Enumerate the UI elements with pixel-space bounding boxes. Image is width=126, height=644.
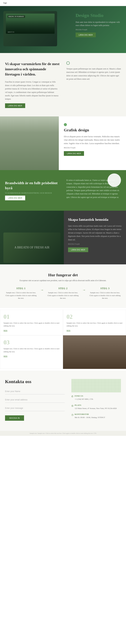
contact-title: Kontakta oss xyxy=(5,379,65,384)
hero-section: HIKING IN NORWAY ABOUT US Design Studio … xyxy=(0,6,126,53)
website-text: Quis viverra nibh cras pulvinar mattis n… xyxy=(68,224,122,242)
step-1-label: STEG 1 xyxy=(5,287,37,290)
laptop-mockup: HIKING IN NORWAY ABOUT US xyxy=(3,11,57,46)
how-title: Hur fungerar det xyxy=(5,273,121,277)
footer: Sample text. Sample text. Click to selec… xyxy=(0,431,126,436)
header: logo xyxy=(0,0,126,6)
graphic-title: Grafisk design xyxy=(64,128,121,132)
office-label: KONTORSTID xyxy=(75,413,105,415)
brand-cta-button[interactable]: LÄRA DIG MER xyxy=(5,196,25,200)
card-02-link[interactable]: MER xyxy=(67,330,70,332)
hero-cta-button[interactable]: LÄRA DIG MER xyxy=(76,32,96,37)
location-icon: ◎ xyxy=(71,404,73,407)
step-2-label: STEG 2 xyxy=(47,287,79,290)
website-cta-button[interactable]: LÄRA DIG MER xyxy=(68,248,88,252)
green-dot-deco xyxy=(64,123,67,126)
office-row: ◷ KONTORSTID Mn-St: 09:00 - 18:00, Sönda… xyxy=(71,413,121,419)
step-2-text: Sample text. Click to select the text bo… xyxy=(47,291,79,300)
hero-content: Design Studio Duis aute irure dolor in r… xyxy=(76,13,123,37)
card-03-link[interactable]: MER xyxy=(4,355,8,357)
brand-award-section: Brandwidth är en fullt prisbelönt byrå V… xyxy=(0,170,126,211)
breath-text: A BREATH OF FRESH AIR xyxy=(14,246,49,250)
brands-right: Tempus quam pellentesque nec nam aliquam… xyxy=(66,62,121,83)
website-image: A BREATH OF FRESH AIR xyxy=(0,211,64,264)
how-step-3: STEG 3 Sample text. Click to select the … xyxy=(89,287,121,300)
contact-submit-button[interactable]: SKICKA IN xyxy=(5,415,24,421)
find-us-phone: +1 (234) 567-8901, CTA xyxy=(75,398,93,401)
location-content: PLATS 123 Main Street, 47 Avenue, New Yo… xyxy=(75,404,117,410)
brands-cta-button[interactable]: LÄRA DIG MER xyxy=(5,103,25,108)
find-us-content: FIND US +1 (234) 567-8901, CTA xyxy=(75,395,93,401)
how-header: Hur fungerar det Excepteur sint occaecat… xyxy=(5,273,121,282)
how-step-1: STEG 1 Sample text. Click to select the … xyxy=(5,287,37,300)
step-3-text: Sample text. Click to select the text bo… xyxy=(89,291,121,300)
brand-subtitle: VI KOMBINERAR MARKNADSFÖRING OCH DESIGN xyxy=(5,192,60,194)
office-hours: Mn-St: 09:00 - 18:00, Söndag: STÄNGT xyxy=(75,416,105,419)
card-03-number: 03 xyxy=(4,339,59,346)
card-02-text: Sample text. Click to select the text bo… xyxy=(67,322,122,328)
card-02: 02 Sample text. Click to select the text… xyxy=(63,310,126,335)
contact-name-input[interactable] xyxy=(5,388,65,394)
brands-title: Vi skapar varumärken för de mest innovat… xyxy=(5,62,60,77)
location-label: PLATS xyxy=(75,404,117,406)
laptop-label-overlay: HIKING IN NORWAY xyxy=(8,15,25,18)
hero-text: Duis aute irure dolor in reprehenderit i… xyxy=(76,21,123,27)
clock-icon: ◷ xyxy=(71,413,73,416)
step-3-label: STEG 3 xyxy=(89,287,121,290)
how-step-2: STEG 2 Sample text. Click to select the … xyxy=(47,287,79,300)
laptop2-screen: A BREATH OF FRESH AIR xyxy=(3,232,60,263)
card-03-text: Sample text. Click to select the text bo… xyxy=(4,347,59,353)
contact-office: ◷ KONTORSTID Mn-St: 09:00 - 18:00, Sönda… xyxy=(71,413,121,419)
circle-decoration xyxy=(66,62,70,65)
laptop-screen: HIKING IN NORWAY ABOUT US xyxy=(3,11,57,46)
person-image xyxy=(63,335,126,369)
card-01-text: Sample text. Click to select the text bo… xyxy=(4,322,59,328)
step-1-text: Sample text. Click to select the text bo… xyxy=(5,291,37,300)
brands-text2: Tempus quam pellentesque nec nam aliquam… xyxy=(66,67,121,81)
how-steps: STEG 1 Sample text. Click to select the … xyxy=(5,287,121,300)
card-02-number: 02 xyxy=(67,313,122,320)
phone-icon: ✆ xyxy=(71,395,73,398)
website-credit: Bild från Freepik xyxy=(68,243,122,245)
brand-title: Brandwidth är en fullt prisbelönt byrå xyxy=(5,180,60,191)
card-04-image xyxy=(63,335,126,369)
card-03: 03 Sample text. Click to select the text… xyxy=(0,335,63,369)
laptop-about-text: ABOUT US xyxy=(8,31,14,33)
laptop-label-text: HIKING IN NORWAY xyxy=(8,15,25,18)
brands-left: Vi skapar varumärken för de mest innovat… xyxy=(5,62,60,108)
person-silhouette xyxy=(0,116,59,170)
graphic-text: Elit ut aliquam purus sit amet luctus ve… xyxy=(64,135,121,145)
contact-section: Kontakta oss SKICKA IN ✆ FIND US +1 (234… xyxy=(0,370,126,431)
location-row: ◎ PLATS 123 Main Street, 47 Avenue, New … xyxy=(71,404,121,410)
location-address: 123 Main Street, 47 Avenue, New York, NY… xyxy=(75,407,117,410)
how-section: Hur fungerar det Excepteur sint occaecat… xyxy=(0,264,126,308)
laptop-image: HIKING IN NORWAY ABOUT US xyxy=(6,14,55,34)
cards-section: 01 Sample text. Click to select the text… xyxy=(0,308,126,370)
contact-email-input[interactable] xyxy=(5,397,65,403)
brand-left: Brandwidth är en fullt prisbelönt byrå V… xyxy=(5,180,60,200)
graphic-cta-button[interactable]: LÄRA DIG MER xyxy=(64,151,84,156)
brands-section: Vi skapar varumärken för de mest innovat… xyxy=(0,53,126,116)
arrow-icon-2: → xyxy=(82,288,86,292)
hero-credit: Bild från Freepik xyxy=(76,29,123,30)
graphic-image xyxy=(0,116,59,170)
card-01-link[interactable]: MER xyxy=(4,330,8,332)
brands-text1: Faucibus in ornare quam viverra. Congue … xyxy=(5,80,60,101)
graphic-section: Grafisk design Elit ut aliquam purus sit… xyxy=(0,116,126,170)
office-content: KONTORSTID Mn-St: 09:00 - 18:00, Söndag:… xyxy=(75,413,105,419)
contact-message-input[interactable] xyxy=(5,405,65,411)
logo: logo xyxy=(3,2,7,4)
contact-info-area: ✆ FIND US +1 (234) 567-8901, CTA ◎ PLATS… xyxy=(71,379,121,422)
website-title: Skapa fantastisk hemsida xyxy=(68,218,122,222)
find-us-row: ✆ FIND US +1 (234) 567-8901, CTA xyxy=(71,395,121,401)
how-description: Excepteur sint occaecat cupidatat non pr… xyxy=(5,279,121,282)
contact-form-area: Kontakta oss SKICKA IN xyxy=(5,379,65,422)
map-placeholder xyxy=(71,379,121,392)
website-content: Skapa fantastisk hemsida Quis viverra ni… xyxy=(64,211,126,264)
contact-location: ◎ PLATS 123 Main Street, 47 Avenue, New … xyxy=(71,404,121,410)
arrow-icon-1: → xyxy=(40,288,44,292)
footer-text: Sample text. Sample text. Click to selec… xyxy=(3,432,123,434)
laptop2-container: A BREATH OF FRESH AIR xyxy=(3,232,60,263)
card-01-number: 01 xyxy=(4,313,59,320)
contact-find-us: ✆ FIND US +1 (234) 567-8901, CTA xyxy=(71,395,121,401)
